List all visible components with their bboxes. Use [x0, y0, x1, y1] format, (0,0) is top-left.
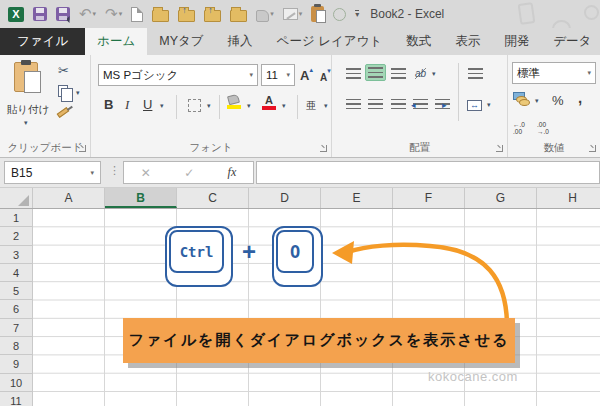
borders-dropdown-icon[interactable]: ▾: [207, 102, 211, 110]
open-folder-icon[interactable]: [152, 10, 169, 22]
column-header[interactable]: G: [465, 188, 537, 208]
underline-button[interactable]: U: [143, 97, 152, 112]
bottom-align-button[interactable]: [388, 65, 409, 82]
name-box-dropdown-icon[interactable]: ▾: [90, 169, 94, 177]
top-align-button[interactable]: [343, 65, 364, 82]
row-header[interactable]: 5: [0, 282, 32, 300]
bold-button[interactable]: B: [104, 97, 113, 112]
number-format-dropdown-icon[interactable]: ▾: [587, 69, 591, 77]
row-header[interactable]: 4: [0, 264, 32, 282]
number-format-combo[interactable]: 標準 ▾: [512, 62, 596, 84]
formula-buttons: ✕ ✓ fx: [123, 161, 254, 184]
font-name-combo[interactable]: MS Pゴシック ▾: [98, 64, 258, 86]
decrease-decimal-button[interactable]: .00 →.0: [537, 121, 549, 135]
insert-function-button[interactable]: fx: [228, 165, 237, 180]
phonetic-dropdown-icon[interactable]: ▾: [324, 102, 328, 110]
phonetic-guide-button[interactable]: 亜: [306, 99, 316, 113]
column-header[interactable]: B: [105, 188, 177, 208]
align-center-button[interactable]: [365, 96, 386, 113]
row-header[interactable]: 6: [0, 300, 32, 318]
column-header[interactable]: C: [177, 188, 249, 208]
ribbon-tab[interactable]: 開発: [492, 28, 541, 55]
increase-decimal-button[interactable]: ←.0 .00: [513, 121, 525, 135]
align-left-button[interactable]: [343, 96, 364, 113]
edit-box-button[interactable]: ▾: [283, 8, 303, 20]
undo-dropdown-icon[interactable]: ▾: [93, 10, 97, 18]
font-name-dropdown-icon[interactable]: ▾: [249, 71, 253, 79]
ribbon-tab[interactable]: 挿入: [216, 28, 265, 55]
decrease-font-button[interactable]: A▾: [320, 67, 331, 85]
orientation-button[interactable]: ab: [414, 68, 427, 79]
row-header[interactable]: 8: [0, 337, 32, 355]
ribbon-tab[interactable]: MYタブ: [147, 28, 215, 55]
middle-align-button[interactable]: [365, 64, 386, 81]
fill-color-dropdown-icon[interactable]: ▾: [247, 102, 251, 110]
font-color-button[interactable]: A: [262, 95, 276, 110]
number-dialog-launcher[interactable]: [589, 145, 596, 152]
ribbon-tab[interactable]: 数式: [394, 28, 443, 55]
redo-dropdown-icon[interactable]: ▾: [119, 10, 123, 18]
folder-up-icon-2[interactable]: [204, 10, 221, 22]
paste-icon: [14, 62, 38, 92]
redo-button[interactable]: ↷▾: [105, 7, 122, 21]
column-header[interactable]: H: [537, 188, 600, 208]
font-color-dropdown-icon[interactable]: ▾: [282, 102, 286, 110]
folder-icon[interactable]: [230, 10, 247, 22]
currency-dropdown-icon[interactable]: ▾: [535, 97, 539, 105]
wrap-text-button[interactable]: [465, 65, 486, 82]
font-size-dropdown-icon[interactable]: ▾: [286, 71, 290, 79]
ribbon-tab[interactable]: データ: [541, 28, 600, 55]
column-header[interactable]: A: [33, 188, 105, 208]
select-all-button[interactable]: [0, 188, 33, 208]
name-box[interactable]: B15 ▾: [4, 161, 101, 184]
row-header[interactable]: 7: [0, 319, 32, 337]
row-header[interactable]: 2: [0, 227, 32, 245]
ribbon-tab[interactable]: ファイル: [0, 28, 85, 55]
align-right-button[interactable]: [388, 96, 409, 113]
ribbon-tab[interactable]: ページ レイアウト: [265, 28, 395, 55]
borders-button[interactable]: [188, 99, 201, 112]
new-document-icon[interactable]: [131, 7, 143, 22]
alignment-dialog-launcher[interactable]: [496, 145, 503, 152]
orientation-dropdown-icon[interactable]: ▾: [432, 70, 436, 78]
merge-center-button[interactable]: [467, 100, 482, 111]
undo-button[interactable]: ↶▾: [79, 7, 96, 21]
formula-bar-handle[interactable]: ⋮: [109, 164, 120, 177]
paste-qat-icon[interactable]: [311, 6, 324, 22]
font-dialog-launcher[interactable]: [320, 145, 327, 152]
save-as-icon[interactable]: [56, 7, 70, 21]
italic-button[interactable]: I: [125, 97, 129, 113]
column-header[interactable]: F: [393, 188, 465, 208]
column-header[interactable]: D: [249, 188, 321, 208]
comma-style-button[interactable]: ,: [578, 89, 582, 106]
font-size-combo[interactable]: 11 ▾: [261, 64, 295, 86]
increase-font-button[interactable]: A▴: [300, 66, 313, 84]
ribbon-tab[interactable]: 表示: [443, 28, 492, 55]
paste-dropdown-icon[interactable]: ▾: [24, 119, 28, 127]
clipboard-dialog-launcher[interactable]: [79, 145, 86, 152]
copy-dropdown-icon[interactable]: ▾: [76, 89, 80, 97]
enter-button[interactable]: ✓: [184, 166, 194, 180]
percent-style-button[interactable]: %: [552, 93, 564, 108]
column-header[interactable]: E: [321, 188, 393, 208]
cancel-button[interactable]: ✕: [141, 166, 151, 180]
format-painter-button[interactable]: [57, 107, 70, 118]
folder-up-icon[interactable]: [178, 10, 195, 22]
underline-dropdown-icon[interactable]: ▾: [160, 102, 164, 110]
fill-color-button[interactable]: [227, 95, 241, 109]
formula-input[interactable]: [256, 161, 600, 184]
merge-dropdown-icon[interactable]: ▾: [487, 101, 491, 109]
row-header[interactable]: 10: [0, 374, 32, 392]
row-header[interactable]: 9: [0, 355, 32, 373]
row-header[interactable]: 11: [0, 392, 32, 406]
currency-format-button[interactable]: [513, 92, 531, 106]
circle-icon[interactable]: [333, 8, 346, 21]
row-header[interactable]: 3: [0, 246, 32, 264]
qat-customize-icon[interactable]: ▾: [355, 10, 359, 18]
cut-button[interactable]: ✂: [58, 63, 69, 78]
row-header[interactable]: 1: [0, 209, 32, 227]
save-icon[interactable]: [33, 7, 47, 21]
ink-fill-button[interactable]: ▾: [256, 7, 274, 22]
ribbon-tab[interactable]: ホーム: [85, 28, 147, 55]
copy-button[interactable]: [58, 85, 68, 97]
